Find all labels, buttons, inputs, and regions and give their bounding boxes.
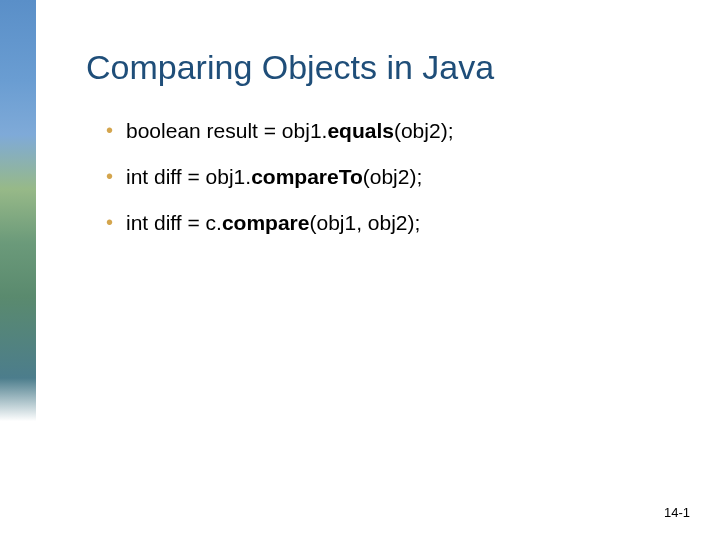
list-item: boolean result = obj1.equals(obj2); <box>106 119 670 143</box>
bullet-pre: boolean result = obj1. <box>126 119 327 142</box>
bullet-list: boolean result = obj1.equals(obj2); int … <box>86 119 670 235</box>
list-item: int diff = obj1.compareTo(obj2); <box>106 165 670 189</box>
list-item: int diff = c.compare(obj1, obj2); <box>106 211 670 235</box>
bullet-method: compare <box>222 211 310 234</box>
slide-title: Comparing Objects in Java <box>86 48 670 87</box>
bullet-pre: int diff = obj1. <box>126 165 251 188</box>
decorative-sidebar <box>0 0 36 540</box>
bullet-method: compareTo <box>251 165 363 188</box>
slide-content: Comparing Objects in Java boolean result… <box>36 0 720 540</box>
bullet-post: (obj1, obj2); <box>309 211 420 234</box>
page-number: 14-1 <box>664 505 690 520</box>
bullet-post: (obj2); <box>394 119 454 142</box>
bullet-method: equals <box>327 119 394 142</box>
bullet-pre: int diff = c. <box>126 211 222 234</box>
bullet-post: (obj2); <box>363 165 423 188</box>
